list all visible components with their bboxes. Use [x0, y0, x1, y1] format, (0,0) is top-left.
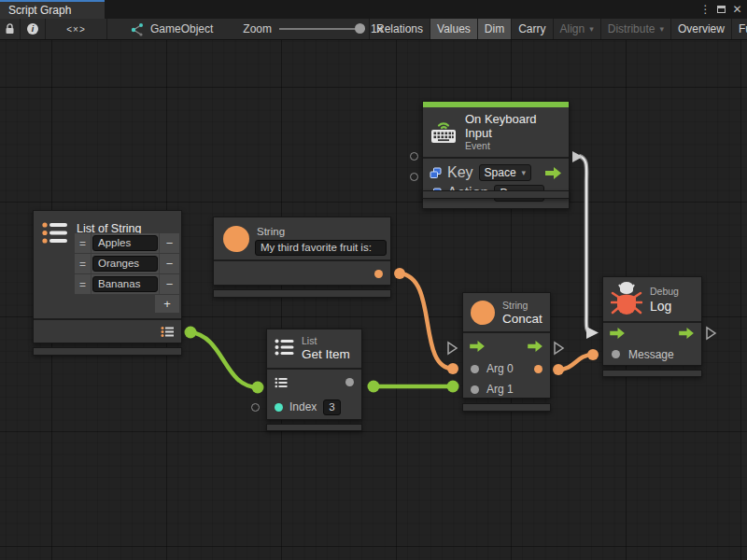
arg0-input-port[interactable] — [471, 365, 479, 373]
arg0-label: Arg 0 — [486, 362, 514, 375]
exec-input-arrow-icon[interactable] — [610, 328, 626, 339]
remove-item-button[interactable]: − — [159, 254, 179, 273]
zoom-slider[interactable] — [279, 19, 365, 39]
overview-button[interactable]: Overview — [671, 19, 732, 39]
code-preview-button[interactable]: <×> — [46, 19, 107, 39]
remove-item-button[interactable]: − — [159, 233, 179, 253]
window-menu-icon[interactable]: ⋮ — [698, 3, 713, 16]
values-button[interactable]: Values — [430, 19, 478, 39]
script-graph-icon — [130, 22, 144, 36]
node-footer — [602, 370, 702, 377]
string-value-field[interactable]: My third favorite fruit is: — [255, 240, 387, 256]
concat-output-port[interactable] — [534, 365, 543, 373]
string-icon — [471, 301, 495, 325]
inline-value-icon — [430, 167, 442, 179]
value-input-port-action[interactable] — [410, 173, 418, 181]
exec-input-port[interactable] — [448, 343, 457, 354]
graph-canvas[interactable]: On Keyboard Input Event Key Space ▾ — [0, 40, 747, 560]
carry-button[interactable]: Carry — [512, 19, 553, 39]
node-footer — [266, 424, 362, 431]
lock-button[interactable] — [0, 19, 21, 39]
index-field[interactable]: 3 — [323, 399, 340, 415]
message-label: Message — [628, 348, 674, 361]
string-icon — [223, 226, 249, 252]
tab-title: Script Graph — [8, 4, 71, 17]
wire-endpoint — [587, 349, 599, 360]
bug-icon — [611, 282, 642, 317]
exec-output-port[interactable] — [707, 328, 715, 339]
message-input-port[interactable] — [612, 350, 620, 358]
drag-handle[interactable]: = — [75, 254, 92, 273]
node-footer — [462, 403, 551, 412]
exec-wire-arrowhead — [586, 327, 599, 339]
wire-endpoint — [447, 381, 459, 393]
zoom-slider-track — [279, 28, 365, 30]
node-category: String — [502, 300, 528, 311]
list-output-port-icon[interactable] — [161, 326, 175, 338]
list-icon — [41, 220, 69, 245]
exec-output-arrow-icon[interactable] — [679, 328, 695, 339]
node-string-literal[interactable]: String My third favorite fruit is: — [213, 217, 391, 286]
relations-button[interactable]: Relations — [370, 19, 430, 39]
node-concat[interactable]: String Concat Arg 0 Arg 1 — [462, 292, 551, 399]
node-title: Log — [650, 299, 671, 314]
list-item-field[interactable]: Bananas — [92, 276, 158, 292]
key-label: Key — [447, 164, 473, 181]
chevron-down-icon: ▾ — [589, 24, 594, 34]
remove-item-button[interactable]: − — [159, 274, 179, 294]
drag-handle[interactable]: = — [75, 233, 92, 253]
tab-script-graph[interactable]: Script Graph — [0, 0, 105, 19]
dim-button[interactable]: Dim — [478, 19, 512, 39]
window-close-icon[interactable]: ✕ — [729, 3, 745, 16]
exec-wire-start-triangle — [572, 151, 583, 162]
node-category: List — [302, 335, 317, 346]
wire-endpoint — [185, 327, 197, 339]
node-debug-log[interactable]: Debug Log Message — [602, 276, 702, 366]
info-button[interactable]: i — [21, 19, 46, 39]
wire-endpoint — [368, 381, 380, 393]
wire-endpoint — [447, 363, 458, 374]
gameobject-label: GameObject — [150, 22, 213, 35]
value-input-port-index[interactable] — [251, 403, 260, 412]
list-item-field[interactable]: Apples — [92, 235, 158, 251]
wire-concat-to-log[interactable] — [558, 355, 593, 370]
zoom-slider-handle[interactable] — [355, 23, 365, 34]
node-list-of-string[interactable]: List of String = Apples − = Oranges − = … — [33, 210, 182, 343]
code-icon: <×> — [66, 24, 86, 35]
list-editor: = Apples − = Oranges − = Bananas − + — [75, 233, 179, 313]
node-category: Debug — [650, 286, 679, 297]
wire-endpoint — [394, 268, 405, 279]
fullscreen-button[interactable]: Full Scre — [732, 19, 747, 39]
wire-list-to-getitem[interactable] — [190, 332, 258, 387]
node-footer — [213, 289, 391, 298]
node-subtitle: Event — [465, 140, 561, 151]
string-output-port[interactable] — [374, 270, 383, 278]
list-item-row: = Apples − — [75, 233, 179, 253]
list-input-port-icon[interactable] — [275, 377, 288, 388]
list-item-field[interactable]: Oranges — [92, 256, 158, 272]
chevron-down-icon: ▾ — [522, 168, 527, 177]
index-label: Index — [289, 400, 317, 413]
exec-output-arrow-icon[interactable] — [528, 341, 543, 352]
exec-input-arrow-icon[interactable] — [470, 341, 486, 352]
drag-handle[interactable]: = — [75, 274, 92, 294]
node-get-item[interactable]: List Get Item Index 3 — [266, 329, 362, 420]
exec-output-port[interactable] — [555, 343, 563, 354]
add-item-button[interactable]: + — [155, 295, 179, 313]
index-input-port[interactable] — [275, 403, 283, 412]
wire-endpoint — [252, 382, 264, 394]
value-input-port-key[interactable] — [410, 152, 418, 161]
list-icon — [275, 338, 295, 357]
node-title: Get Item — [302, 347, 350, 361]
gameobject-selector[interactable]: GameObject — [107, 19, 213, 39]
key-dropdown[interactable]: Space ▾ — [479, 164, 532, 181]
list-item-row: = Oranges − — [75, 254, 179, 273]
wire-string-to-concat[interactable] — [400, 273, 453, 369]
distribute-button: Distribute▾ — [601, 19, 671, 39]
exec-output-arrow-icon[interactable] — [545, 167, 562, 179]
item-output-port[interactable] — [345, 378, 354, 386]
arg1-input-port[interactable] — [471, 385, 479, 394]
window-maximize-icon[interactable] — [713, 3, 729, 16]
zoom-label: Zoom — [243, 22, 272, 35]
keyboard-icon — [430, 119, 458, 145]
